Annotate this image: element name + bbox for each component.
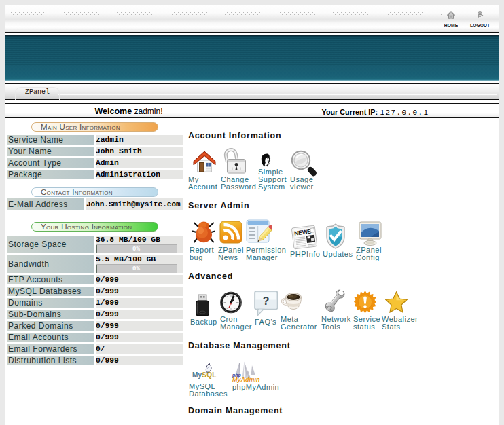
svg-text:?: ? [263, 295, 270, 307]
